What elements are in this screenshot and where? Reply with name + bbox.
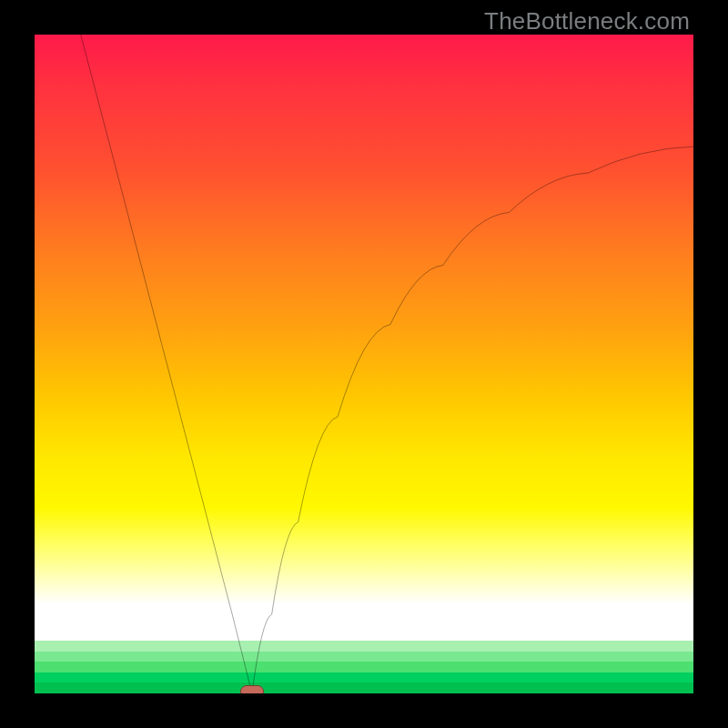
green-band [35, 641, 693, 693]
plot-area [35, 35, 693, 693]
minimum-marker [240, 685, 264, 693]
watermark-text: TheBottleneck.com [484, 7, 690, 35]
gradient-background [35, 35, 693, 641]
chart-frame: TheBottleneck.com [0, 0, 728, 728]
